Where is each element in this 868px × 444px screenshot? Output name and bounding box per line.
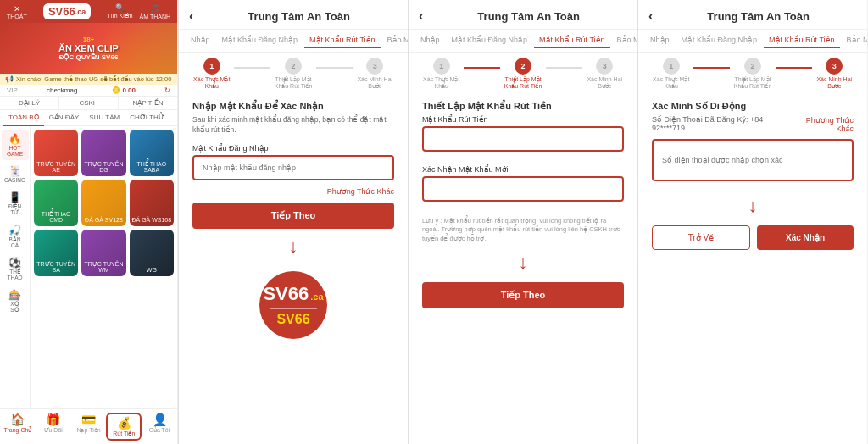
game-card-7[interactable]: TRỰC TUYÊN WM xyxy=(81,230,125,276)
steps-row-2: 1 Xác Thực Mật Khẩu 2 Thiết Lập Mật Khẩu… xyxy=(409,53,637,92)
search-button[interactable]: 🔍 Tìm Kiếm xyxy=(108,3,133,19)
step-1-node-1: 1 Xác Thực Mật Khẩu xyxy=(189,58,234,91)
game-card-4[interactable]: ĐÁ GÀ SV128 xyxy=(81,180,125,226)
bottom-nav-uu-dai[interactable]: 🎁 Ưu Đãi xyxy=(36,413,71,441)
game-card-6[interactable]: TRỰC TUYÊN SA xyxy=(34,230,78,276)
modal-panel-1: ‹ Trung Tâm An Toàn Nhập Mật Khẩu Đăng N… xyxy=(178,0,408,444)
tab-dang-nhap-1[interactable]: Mật Khẩu Đăng Nhập xyxy=(217,33,303,48)
modal-tabs-2: Nhập Mật Khẩu Đăng Nhập Mật Khẩu Rút Tiề… xyxy=(409,30,637,53)
nap-tien-button[interactable]: NẠP TIỀN xyxy=(119,97,177,109)
step-2-label-2: Thiết Lập Mật Khẩu Rút Tiền xyxy=(500,76,545,91)
game-card-5[interactable]: ĐÁ GÀ WS168 xyxy=(130,180,174,226)
step-3-label-1: Xác Minh Hai Bước xyxy=(353,76,398,91)
alt-link-3[interactable]: Phương Thức Khác xyxy=(790,116,854,133)
app-header: ✕ THOÁT SV66 .ca 🔍 Tìm Kiếm 🎵 ÂM THANH xyxy=(0,0,177,23)
step-1-dot-3: 1 xyxy=(663,58,680,75)
modal-tabs-1: Nhập Mật Khẩu Đăng Nhập Mật Khẩu Rút Tiề… xyxy=(179,30,408,53)
app-panel: ✕ THOÁT SV66 .ca 🔍 Tìm Kiếm 🎵 ÂM THANH 1… xyxy=(0,0,178,444)
tab-nhap-3[interactable]: Nhập xyxy=(645,33,675,48)
step-2-node-2: 2 Thiết Lập Mật Khẩu Rút Tiền xyxy=(500,58,545,91)
tab-dang-nhap-2[interactable]: Mật Khẩu Đăng Nhập xyxy=(447,33,533,48)
step-3-node-3: 3 Xác Minh Hai Bước xyxy=(812,58,857,91)
banner-sub: ĐỘC QUYỀN SV66 xyxy=(58,53,119,61)
tab-bao-mat-1[interactable]: Bảo Mật Nâng Cao xyxy=(382,33,408,48)
big-logo-text: SV66 xyxy=(263,283,309,305)
password-input-1[interactable] xyxy=(192,155,394,180)
tab-rut-tien-2[interactable]: Mật Khẩu Rút Tiền xyxy=(534,33,610,48)
step-1-node-2: 1 Xác Thực Mật Khẩu xyxy=(419,58,464,91)
back-button-3[interactable]: ‹ xyxy=(648,8,653,24)
note-text-2: Lưu ý : Mật khẩu rút tiền rất quan trọng… xyxy=(422,217,624,244)
game-grid: TRỰC TUYÊN AE TRỰC TUYÊN DG THỂ THAO SAB… xyxy=(31,126,177,408)
sidebar-item-casino[interactable]: 🃏 CASINO xyxy=(2,162,29,186)
bottom-nav-trang-chu[interactable]: 🏠 Trang Chủ xyxy=(0,413,36,441)
tab-suu-tam[interactable]: SUU TÂM xyxy=(84,110,125,125)
tab-bao-mat-3[interactable]: Bảo Mật Nâng Cao xyxy=(842,33,867,48)
back-button-1[interactable]: ‹ xyxy=(189,8,193,24)
tab-dang-nhap-3[interactable]: Mật Khẩu Đăng Nhập xyxy=(676,33,763,48)
tab-nhap-1[interactable]: Nhập xyxy=(186,33,215,48)
tab-bao-mat-2[interactable]: Bảo Mật Nâng Cao xyxy=(612,33,637,48)
balance-bar: VIP checkmag... 🪙 0.00 ↻ xyxy=(0,85,177,97)
modal-header-1: ‹ Trung Tâm An Toàn xyxy=(179,0,408,30)
step-3-node-2: 3 Xác Minh Hai Bước xyxy=(582,58,627,91)
phone-label-3: Số Điện Thoại Đã Đăng Ký: +84 92****719 xyxy=(652,115,790,132)
step-1-label-2: Xác Thực Mật Khẩu xyxy=(419,76,464,91)
sidebar-content: 🔥 HOTGAME 🃏 CASINO 📱 ĐIỆNTỬ 🎣 BẮNCÁ ⚽ TH… xyxy=(0,126,177,408)
sidebar-item-ban-ca[interactable]: 🎣 BẮNCÁ xyxy=(2,221,29,252)
next-button-1[interactable]: Tiếp Theo xyxy=(192,203,394,229)
sidebar-item-dien-tu[interactable]: 📱 ĐIỆNTỬ xyxy=(2,188,29,219)
logo-circle: SV66 .ca SV66 xyxy=(259,271,327,339)
thoat-button[interactable]: ✕ THOÁT xyxy=(7,4,27,19)
step-2-node-1: 2 Thiết Lập Mật Khẩu Rút Tiền xyxy=(270,58,315,91)
modal-body-2: Thiết Lập Mật Khẩu Rút Tiền Mật Khẩu Rút… xyxy=(409,92,637,444)
modal-panel-3: ‹ Trung Tâm An Toàn Nhập Mật Khẩu Đăng N… xyxy=(637,0,867,444)
sidebar-item-the-thao[interactable]: ⚽ THỂTHAO xyxy=(2,253,29,284)
rut-tien-highlight: 💰 Rút Tiền xyxy=(106,413,142,441)
logo-big-1: SV66 .ca SV66 xyxy=(192,271,394,339)
tab-rut-tien-3[interactable]: Mật Khẩu Rút Tiền xyxy=(764,33,840,48)
back-btn-3[interactable]: Trở Về xyxy=(652,225,750,250)
confirm-btn-3[interactable]: Xác Nhận xyxy=(757,225,854,250)
new-password-input-2[interactable] xyxy=(422,126,624,152)
next-button-2[interactable]: Tiếp Theo xyxy=(422,282,624,308)
section-desc-1: Sau khi xác minh mật khẩu đăng nhập, bạn… xyxy=(192,115,394,136)
game-card-0[interactable]: TRỰC TUYÊN AE xyxy=(34,130,78,176)
big-logo-ca: .ca xyxy=(310,291,323,302)
game-card-3[interactable]: THỂ THAO CMD xyxy=(34,180,78,226)
bottom-nav-rut-tien[interactable]: 💰 Rút Tiền xyxy=(106,413,142,441)
modal-panel-2: ‹ Trung Tâm An Toàn Nhập Mật Khẩu Đăng N… xyxy=(408,0,637,444)
step-3-node-1: 3 Xác Minh Hai Bước xyxy=(353,58,398,91)
confirm-password-input-2[interactable] xyxy=(422,176,624,202)
step-2-dot-3: 2 xyxy=(744,58,761,75)
arrow-3: ↓ xyxy=(652,195,854,217)
form-label-1: Mật Khẩu Đăng Nhập xyxy=(192,144,394,153)
banner-image xyxy=(109,23,177,74)
tab-gan-day[interactable]: GẦN ĐÂY xyxy=(44,110,85,125)
agent-button[interactable]: ĐẠI LÝ xyxy=(0,97,59,109)
game-card-8[interactable]: WG xyxy=(130,230,174,276)
modal-header-2: ‹ Trung Tâm An Toàn xyxy=(409,0,637,30)
bottom-nav-nap-tien[interactable]: 💳 Nạp Tiền xyxy=(71,413,107,441)
sound-button[interactable]: 🎵 ÂM THANH xyxy=(140,4,170,19)
phone-verify-input-3[interactable] xyxy=(652,139,854,181)
tab-nhap-2[interactable]: Nhập xyxy=(415,33,445,48)
alternative-link-1[interactable]: Phương Thức Khác xyxy=(192,187,394,196)
game-card-1[interactable]: TRỰC TUYÊN DG xyxy=(81,130,125,176)
refresh-icon[interactable]: ↻ xyxy=(164,86,170,94)
step-1-node-3: 1 Xác Thực Mật Khẩu xyxy=(648,58,693,91)
step-2-node-3: 2 Thiết Lập Mật Khẩu Rút Tiền xyxy=(730,58,775,91)
banner-badge: 18+ xyxy=(58,36,119,43)
tab-toan-bo[interactable]: TOÀN BỘ xyxy=(3,110,44,126)
modal-body-3: Xác Minh Số Di Động Số Điện Thoại Đã Đăn… xyxy=(638,92,867,444)
bottom-nav-cua-toi[interactable]: 👤 Của Tôi xyxy=(142,413,177,441)
game-card-2[interactable]: THỂ THAO SABA xyxy=(130,130,174,176)
tab-choi-thu[interactable]: CHƠI THỬ xyxy=(125,110,170,125)
back-button-2[interactable]: ‹ xyxy=(419,8,423,24)
sidebar-item-xo-so[interactable]: 🎰 XỔSỐ xyxy=(2,286,29,316)
sidebar-item-hot-game[interactable]: 🔥 HOTGAME xyxy=(2,130,29,160)
cskh-button[interactable]: CSKH xyxy=(59,97,119,109)
notice-bar: 📢 Xin chào! Game thẻ thao UG sẽ bắt đầu … xyxy=(0,74,177,85)
field2-label-2: Xác Nhận Mật Khẩu Mới xyxy=(422,165,624,174)
tab-rut-tien-1[interactable]: Mật Khẩu Rút Tiền xyxy=(304,33,381,48)
